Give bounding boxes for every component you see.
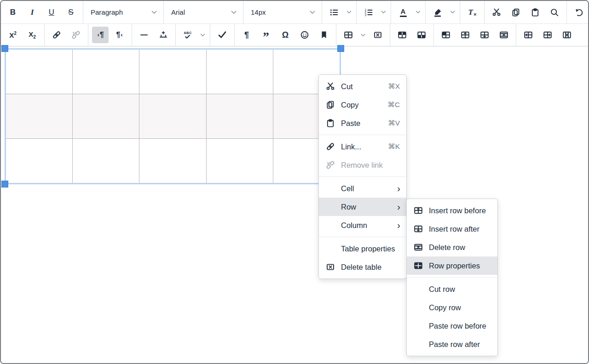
insert-table-chevron[interactable] [358,27,368,43]
underline-button[interactable]: U [43,4,60,21]
insert-column-before-button[interactable] [520,27,537,43]
undo-button[interactable] [571,4,587,21]
table-cell-properties-button[interactable] [413,27,430,43]
special-character-button[interactable]: Ω [277,27,294,43]
subscript-button[interactable]: X2 [24,27,40,43]
strikethrough-button[interactable]: S [63,4,79,21]
merge-cells-button[interactable] [438,27,454,43]
menu-item-link[interactable]: Link... ⌘K [319,137,406,156]
selected-table[interactable] [5,48,341,184]
remove-link-button[interactable] [68,27,84,43]
editor-window: B I U S Paragraph Arial 14px [0,0,589,364]
insert-column-after-button[interactable] [539,27,556,43]
submenu-item-copy-row[interactable]: Copy row [407,298,497,317]
insert-link-button[interactable] [48,27,65,43]
menu-item-table-properties[interactable]: Table properties [319,239,406,258]
submenu-item-insert-row-after[interactable]: Insert row after [407,220,497,238]
bookmark-button[interactable] [316,27,332,43]
text-color-chevron[interactable] [413,4,423,21]
table-cell[interactable] [73,94,139,138]
spellcheck-chevron[interactable] [197,27,208,43]
table-cell[interactable] [6,94,72,138]
page-break-button[interactable] [155,27,172,43]
table-cell[interactable] [139,94,206,138]
blockquote-button[interactable]: ” [258,27,274,43]
bullet-list-chevron[interactable] [344,4,354,21]
bold-button[interactable]: B [5,4,21,21]
insert-row-after-button[interactable] [476,27,493,43]
highlight-color-button[interactable] [429,4,446,21]
submenu-arrow-icon: › [397,202,400,211]
menu-item-delete-table[interactable]: Delete table [319,258,406,276]
font-size-dropdown[interactable]: 14px [243,1,322,23]
table-cell[interactable] [73,50,139,94]
table-cell[interactable] [207,94,273,138]
table-cell[interactable] [139,139,206,183]
submenu-item-paste-row-after[interactable]: Paste row after [407,335,497,353]
menu-item-remove-link[interactable]: Remove link [319,156,406,174]
table-cell[interactable] [6,50,72,94]
insert-row-before-button[interactable] [457,27,474,43]
emoji-button[interactable] [296,27,313,43]
submenu-item-cut-row[interactable]: Cut row [407,280,497,298]
copy-button[interactable] [508,4,524,21]
menu-item-cell[interactable]: Cell › [319,179,406,198]
chevron-down-icon [416,11,421,14]
clipboard-icon [531,8,540,17]
delete-row-button[interactable] [496,27,512,43]
strikethrough-icon: S [68,8,73,17]
submenu-item-insert-row-before[interactable]: Insert row before [407,201,497,220]
submenu-item-row-properties[interactable]: Row properties [407,256,497,275]
delete-column-button[interactable] [559,27,575,43]
clipboard-group [485,1,566,23]
paragraph-mark-button[interactable]: ¶ [238,27,255,43]
ltr-button[interactable]: ›¶ [92,27,109,43]
table-row-properties-button[interactable] [394,27,410,43]
table-cell[interactable] [139,50,206,94]
table-cell[interactable] [207,139,273,183]
superscript-icon: X2 [9,31,17,39]
delete-table-button[interactable] [370,27,386,43]
cut-button[interactable] [488,4,505,21]
horizontal-rule-button[interactable] [136,27,152,43]
menu-item-row[interactable]: Row › [319,198,406,216]
table-resize-handle-bottom-left[interactable] [1,181,8,188]
table-resize-handle-top-left[interactable] [1,45,8,52]
bullet-list-button[interactable] [326,4,342,21]
highlight-color-chevron[interactable] [447,4,457,21]
chevron-down-icon [346,11,352,14]
font-family-dropdown[interactable]: Arial [164,1,243,23]
numbered-list-chevron[interactable] [378,4,388,21]
table-cell[interactable] [207,50,273,94]
table-cell[interactable] [6,139,72,183]
checkmark-button[interactable] [214,27,231,43]
menu-item-paste[interactable]: Paste ⌘V [319,114,406,132]
insert-row-after-icon [412,224,424,233]
spellcheck-group: ABC [176,24,210,46]
rtl-button[interactable]: ¶‹ [111,27,128,43]
search-button[interactable] [546,4,563,21]
block-format-dropdown[interactable]: Paragraph [83,1,163,23]
editor-canvas[interactable] [1,46,588,364]
table-cell[interactable] [73,139,139,183]
chevron-down-icon [450,11,455,14]
copy-icon [324,100,336,109]
submenu-item-paste-row-before[interactable]: Paste row before [407,317,497,335]
submenu-arrow-icon: › [397,183,400,193]
italic-button[interactable]: I [24,4,40,21]
menu-item-copy[interactable]: Copy ⌘C [319,96,406,114]
menu-item-cut[interactable]: Cut ⌘X [319,77,406,96]
clear-formatting-button[interactable]: T× [464,4,480,21]
superscript-button[interactable]: X2 [5,27,21,43]
submenu-item-delete-row[interactable]: Delete row [407,238,497,256]
spellcheck-button[interactable]: ABC [179,27,196,43]
menu-item-column[interactable]: Column › [319,216,406,234]
paste-button[interactable] [527,4,543,21]
chevron-down-icon [381,11,386,14]
table-resize-handle-top-right[interactable] [337,45,344,52]
row-submenu: Insert row before Insert row after Del [406,199,498,356]
bold-icon: B [10,8,16,17]
text-color-button[interactable]: A [395,4,411,21]
insert-table-button[interactable] [340,27,357,43]
numbered-list-button[interactable]: 1 2 3 [360,4,377,21]
